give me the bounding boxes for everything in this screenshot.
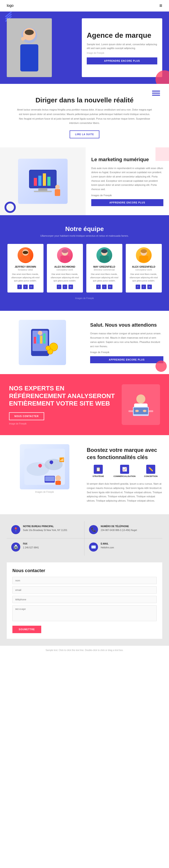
linkedin-icon-3[interactable]: in — [147, 285, 152, 289]
svg-point-30 — [46, 346, 50, 350]
telephone-value: 234-987-5430 888-3 (13-456) Nuget — [101, 528, 137, 532]
team-role-1: concepteur work — [50, 269, 80, 271]
social-icons-3: f t in — [128, 285, 159, 289]
name-input[interactable] — [12, 577, 157, 584]
cta-image-area — [115, 384, 160, 425]
boost-feature-2: ✏️ CONCEPTION — [139, 465, 162, 478]
avatar-2 — [96, 247, 112, 263]
svg-point-50 — [55, 475, 61, 481]
svg-point-18 — [62, 249, 68, 253]
cta-text-area: NOS EXPERTS EN RÉFÉRENCEMENT ANALYSERONT… — [9, 384, 115, 425]
equipe-title: Notre équipe — [7, 225, 162, 232]
message-field — [12, 605, 157, 622]
conception-label: CONCEPTION — [139, 475, 162, 478]
hero-cta-button[interactable]: APPRENDRE ENCORE PLUS — [87, 57, 157, 64]
social-icons-2: f t in — [89, 285, 120, 289]
hero-body: Sample text. Lorem ipsum dolor sit amet,… — [87, 42, 157, 51]
diriger-title: Diriger dans la nouvelle réalité — [11, 96, 158, 104]
hero-img-credit: Image de Freepik — [87, 52, 157, 54]
conception-icon: ✏️ — [146, 465, 155, 474]
svg-rect-6 — [38, 188, 47, 191]
message-input[interactable] — [12, 605, 157, 621]
nav-logo[interactable]: logo — [7, 4, 13, 8]
salut-image-area — [0, 311, 85, 374]
avatar-0 — [17, 247, 33, 263]
email-input[interactable] — [12, 586, 157, 594]
facebook-icon-0[interactable]: f — [17, 285, 22, 289]
twitter-icon-2[interactable]: t — [102, 285, 107, 289]
diriger-btn[interactable]: LIRE LA SUITE — [70, 130, 99, 138]
team-role-2: directeur commercial — [89, 269, 120, 271]
boost-img-credit: Images de Freepik — [7, 491, 82, 493]
boost-section: 📶 Images de Freepik Boostez votre marque… — [0, 435, 169, 514]
phone-icon: 📞 — [89, 525, 98, 534]
cta-button[interactable]: NOUS CONTACTER — [9, 412, 44, 420]
fax-icon: 🖨️ — [11, 542, 20, 552]
svg-rect-13 — [55, 189, 60, 196]
linkedin-icon-0[interactable]: in — [29, 285, 34, 289]
contact-form-section: Nous contacter SOUMETTRE — [0, 562, 169, 646]
team-name-2: MAY GREENFIELD — [89, 266, 120, 268]
contact-email: ✉️ E-MAIL Hellofrm.com — [85, 538, 162, 556]
twitter-icon-1[interactable]: t — [62, 285, 67, 289]
svg-point-41 — [135, 410, 139, 412]
linkedin-icon-1[interactable]: in — [69, 285, 73, 289]
svg-text:📶: 📶 — [59, 457, 65, 462]
bureau-value: Suite 10u Broadway St New York, NY 11201 — [23, 528, 68, 532]
svg-rect-33 — [37, 335, 39, 344]
fax-value: 1 246-527-9841 — [23, 546, 39, 550]
svg-point-3 — [25, 30, 34, 35]
svg-rect-9 — [38, 176, 41, 186]
diriger-body: Amet luctus venenatis lectus magna fring… — [17, 107, 152, 125]
svg-rect-19 — [60, 256, 70, 262]
hero-person-image — [7, 18, 52, 77]
team-desc-2: Dtar amet niost libero mande, ullamcorpe… — [89, 273, 120, 282]
svg-rect-1 — [20, 44, 38, 71]
boost-image: 📶 — [20, 444, 70, 489]
contact-form-box: Nous contacter SOUMETTRE — [7, 562, 162, 639]
diriger-section: Diriger dans la nouvelle réalité Amet lu… — [0, 84, 169, 147]
twitter-icon-3[interactable]: t — [141, 285, 146, 289]
facebook-icon-1[interactable]: f — [57, 285, 61, 289]
hero-image-area — [7, 18, 77, 77]
facebook-icon-3[interactable]: f — [136, 285, 140, 289]
deco-lines — [152, 91, 160, 97]
team-grid: JEFFREY BROWN fondateur idéal Dtar amet … — [7, 244, 162, 292]
navbar: logo ≡ — [0, 0, 169, 11]
marketing-btn[interactable]: APPRENDRE ENCORE PLUS — [91, 199, 163, 206]
hero-title: Agence de marque — [87, 31, 157, 39]
submit-button[interactable]: SOUMETTRE — [12, 626, 41, 633]
svg-point-42 — [143, 410, 146, 412]
footer: Sample text. Click to click this text li… — [0, 646, 169, 655]
salut-section: Salut. Nous vous attendions Ornare massa… — [0, 311, 169, 374]
salut-btn[interactable]: APPRENDRE ENCORE PLUS — [90, 356, 163, 363]
marketing-img-credit: Images de Freepik — [91, 193, 163, 197]
phone-input[interactable] — [12, 596, 157, 603]
boost-content: Boostez votre marque avec ces fonctionna… — [87, 444, 162, 505]
team-card-2: MAY GREENFIELD directeur commercial Dtar… — [86, 244, 122, 292]
social-icons-0: f t in — [10, 285, 41, 289]
hero-section: Agence de marque Sample text. Lorem ipsu… — [0, 11, 169, 84]
twitter-icon-0[interactable]: t — [23, 285, 28, 289]
equipe-section: Notre équipe Ullamcorper your habitant m… — [0, 215, 169, 311]
strategie-icon: 📋 — [94, 465, 103, 474]
facebook-icon-2[interactable]: f — [96, 285, 101, 289]
svg-point-21 — [101, 249, 108, 253]
avatar-1 — [57, 247, 73, 263]
boost-title: Boostez votre marque avec ces fonctionna… — [87, 446, 162, 460]
contact-info-section: 📍 NOTRE BUREAU PRINCIPAL Suite 10u Broad… — [0, 514, 169, 562]
svg-point-15 — [23, 251, 28, 254]
salut-img-credit: Image de Freepik — [90, 350, 163, 354]
hamburger-icon[interactable]: ≡ — [159, 3, 162, 8]
svg-point-37 — [136, 395, 145, 403]
svg-rect-25 — [139, 256, 148, 262]
linkedin-icon-2[interactable]: in — [108, 285, 113, 289]
marketing-section: Le marketing numérique Duis aute irure d… — [0, 147, 169, 215]
svg-rect-51 — [55, 481, 61, 485]
cta-img-credit: Image de Freepik — [9, 423, 115, 425]
boost-body: Id semper diam duis hendrerit gravida. I… — [87, 482, 162, 503]
marketing-image-area — [0, 147, 86, 215]
boost-feature-1: 📈 COMMERCIALISATION — [113, 465, 136, 478]
marketing-content: Le marketing numérique Duis aute irure d… — [86, 147, 169, 215]
salut-body: Ornare massa vitae tortor congue sit qui… — [90, 331, 163, 348]
